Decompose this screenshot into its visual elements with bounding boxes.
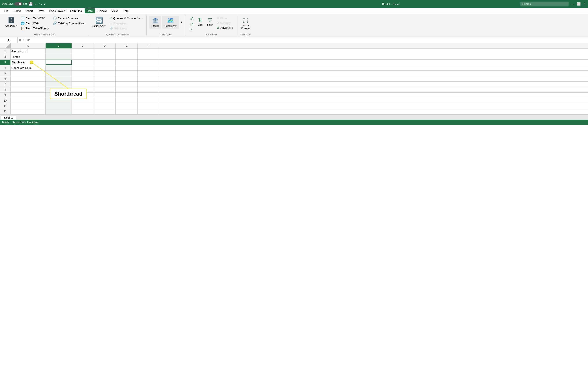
cell-F11[interactable]	[138, 104, 159, 109]
geography-button[interactable]: 🗺️ Geography	[162, 16, 179, 28]
redo-icon[interactable]: ↪	[39, 2, 42, 6]
row-number-6[interactable]: 6	[0, 76, 10, 81]
cell-C9[interactable]	[72, 92, 94, 98]
advanced-button[interactable]: ⚙ Advanced	[215, 26, 235, 30]
cell-B1[interactable]	[45, 49, 72, 54]
cell-C4[interactable]	[72, 65, 94, 70]
cell-C12[interactable]	[72, 109, 94, 114]
cell-A3[interactable]: Shortbread	[10, 60, 45, 65]
row-number-3[interactable]: 3	[0, 60, 10, 65]
cell-E12[interactable]	[116, 109, 138, 114]
row-number-7[interactable]: 7	[0, 82, 10, 87]
cell-D12[interactable]	[94, 109, 116, 114]
cell-E3[interactable]	[116, 60, 138, 65]
cell-E2[interactable]	[116, 54, 138, 60]
menu-view[interactable]: View	[110, 8, 120, 13]
autosave-toggle[interactable]: AutoSave Off	[2, 2, 27, 6]
cell-E10[interactable]	[116, 98, 138, 103]
cell-E5[interactable]	[116, 70, 138, 76]
row-number-5[interactable]: 5	[0, 70, 10, 76]
cell-D1[interactable]	[94, 49, 116, 54]
filter-button[interactable]: ▽ Filter	[206, 16, 214, 27]
existing-connections-button[interactable]: 🔗 Existing Connections	[51, 21, 86, 26]
cell-E11[interactable]	[116, 104, 138, 109]
sort-button[interactable]: ⇅ Sort	[196, 16, 205, 27]
col-header-b[interactable]: B	[45, 43, 72, 48]
cell-D8[interactable]	[94, 87, 116, 92]
col-header-d[interactable]: D	[94, 43, 116, 48]
save-icon[interactable]: 💾	[28, 2, 33, 6]
menu-page-layout[interactable]: Page Layout	[47, 8, 67, 13]
menu-review[interactable]: Review	[95, 8, 109, 13]
col-header-a[interactable]: A	[10, 43, 45, 48]
cell-C11[interactable]	[72, 104, 94, 109]
cell-A11[interactable]	[10, 104, 45, 109]
select-all-icon[interactable]	[0, 43, 10, 48]
cell-C7[interactable]	[72, 82, 94, 87]
cell-B5[interactable]	[45, 70, 72, 76]
col-header-c[interactable]: C	[72, 43, 94, 48]
cell-D4[interactable]	[94, 65, 116, 70]
row-number-4[interactable]: 4	[0, 65, 10, 70]
cell-F8[interactable]	[138, 87, 159, 92]
autosave-switch[interactable]	[14, 2, 22, 6]
refresh-all-button[interactable]: 🔄 Refresh All ▾	[91, 16, 107, 28]
row-number-12[interactable]: 12	[0, 109, 10, 114]
formula-cancel-icon[interactable]: ✕	[19, 38, 21, 42]
cell-D2[interactable]	[94, 54, 116, 60]
cell-F10[interactable]	[138, 98, 159, 103]
cell-A10[interactable]	[10, 98, 45, 103]
cell-A12[interactable]	[10, 109, 45, 114]
cell-C1[interactable]	[72, 49, 94, 54]
menu-help[interactable]: Help	[120, 8, 131, 13]
queries-connections-button[interactable]: ⇄ Queries & Connections	[108, 16, 144, 20]
cell-B4[interactable]	[45, 65, 72, 70]
get-data-button[interactable]: 🗄️ Get Data ▾	[4, 16, 18, 28]
cell-C3[interactable]	[72, 60, 94, 65]
row-number-1[interactable]: 1	[0, 49, 10, 54]
cell-D3[interactable]	[94, 60, 116, 65]
cell-F7[interactable]	[138, 82, 159, 87]
sheet-tab-1[interactable]: Sheet1	[1, 116, 16, 120]
cell-F2[interactable]	[138, 54, 159, 60]
cell-B9[interactable]	[45, 92, 72, 98]
cell-F3[interactable]	[138, 60, 159, 65]
from-web-button[interactable]: 🌐 From Web	[19, 21, 51, 26]
cell-D11[interactable]	[94, 104, 116, 109]
cell-B2[interactable]	[45, 54, 72, 60]
cell-F4[interactable]	[138, 65, 159, 70]
cell-B8[interactable]	[45, 87, 72, 92]
name-box[interactable]	[0, 37, 17, 43]
menu-insert[interactable]: Insert	[24, 8, 35, 13]
menu-file[interactable]: File	[2, 8, 11, 13]
restore-icon[interactable]: ⬜	[577, 2, 581, 6]
cell-C2[interactable]	[72, 54, 94, 60]
formula-input[interactable]	[31, 38, 588, 42]
undo-icon[interactable]: ↩	[35, 2, 37, 6]
cell-F5[interactable]	[138, 70, 159, 76]
customize-icon[interactable]: ▾	[44, 2, 45, 6]
row-number-2[interactable]: 2	[0, 54, 10, 60]
cell-B7[interactable]	[45, 82, 72, 87]
text-to-columns-button[interactable]: ⬚ Text toColumns	[240, 16, 251, 31]
sort-asc-button[interactable]: ↑A	[188, 16, 195, 22]
cell-F9[interactable]	[138, 92, 159, 98]
search-input[interactable]	[520, 2, 569, 6]
cell-F1[interactable]	[138, 49, 159, 54]
cell-A2[interactable]: Lemon	[10, 54, 45, 60]
cell-C8[interactable]	[72, 87, 94, 92]
cell-C5[interactable]	[72, 70, 94, 76]
sort-desc-button[interactable]: ↓Z	[188, 22, 195, 27]
cell-A7[interactable]	[10, 82, 45, 87]
cell-C10[interactable]	[72, 98, 94, 103]
cell-D10[interactable]	[94, 98, 116, 103]
cell-E9[interactable]	[116, 92, 138, 98]
cell-A8[interactable]	[10, 87, 45, 92]
cell-B6[interactable]	[45, 76, 72, 81]
menu-formulas[interactable]: Formulas	[68, 8, 84, 13]
cell-A5[interactable]	[10, 70, 45, 76]
cell-B11[interactable]	[45, 104, 72, 109]
menu-draw[interactable]: Draw	[35, 8, 46, 13]
cell-B10[interactable]	[45, 98, 72, 103]
recent-sources-button[interactable]: 🕐 Recent Sources	[51, 16, 86, 20]
